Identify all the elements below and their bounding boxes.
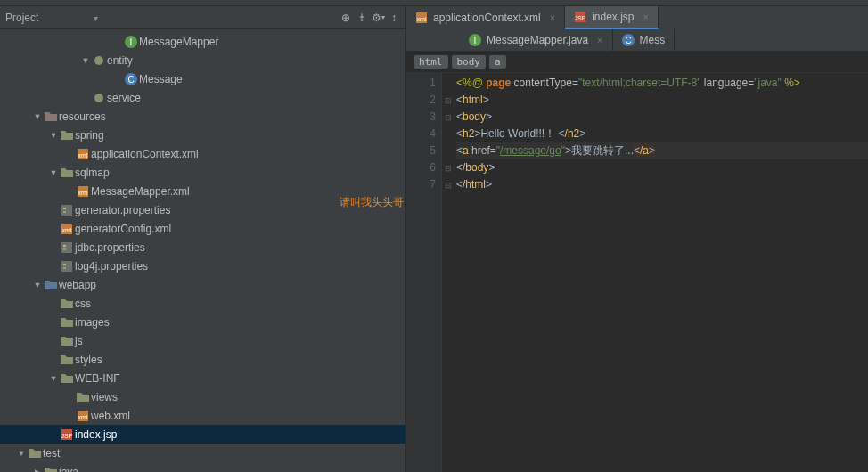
xml-icon: xml: [59, 222, 75, 236]
svg-text:JSP: JSP: [575, 15, 586, 21]
tree-row[interactable]: generator.properties: [0, 200, 405, 219]
tab-label: applicationContext.xml: [433, 12, 541, 24]
collapse-all-icon[interactable]: ⤈: [354, 10, 370, 26]
tree-item-label: js: [75, 335, 83, 347]
expand-arrow-icon[interactable]: [48, 131, 59, 140]
code-line[interactable]: <body>: [456, 109, 868, 126]
tree-row[interactable]: resources: [0, 107, 405, 126]
tree-row[interactable]: WEB-INF: [0, 369, 405, 387]
code-line[interactable]: <h2>Hello World!!!！ </h2>: [456, 126, 868, 142]
svg-rect-11: [63, 208, 66, 209]
svg-text:xml: xml: [78, 190, 88, 196]
tree-row[interactable]: java: [0, 462, 405, 472]
tree-row[interactable]: test: [0, 444, 405, 462]
tree-row[interactable]: IMessageMapper: [0, 32, 405, 51]
code-line[interactable]: <a href="/message/go">我要跳转了...</a>: [456, 142, 868, 159]
tree-row[interactable]: spring: [0, 126, 405, 144]
tree-row[interactable]: log4j.properties: [0, 256, 405, 275]
line-gutter: 1234567: [406, 73, 442, 472]
interface-icon: I: [467, 33, 483, 47]
tree-row[interactable]: xmlapplicationContext.xml: [0, 144, 405, 163]
svg-rect-10: [61, 205, 72, 216]
project-tree[interactable]: IMessageMapperentityCMessageserviceresou…: [0, 29, 405, 472]
tab-label: MessageMapper.java: [487, 34, 588, 46]
tab-label: Mess: [640, 34, 666, 46]
tree-row[interactable]: views: [0, 387, 405, 406]
breadcrumb-item[interactable]: a: [489, 55, 506, 69]
breadcrumb-item[interactable]: body: [452, 55, 487, 69]
tree-row[interactable]: service: [0, 88, 405, 107]
close-icon[interactable]: ×: [550, 12, 555, 23]
tree-row[interactable]: js: [0, 331, 405, 350]
sort-icon[interactable]: ↕: [386, 10, 402, 26]
tree-item-label: index.jsp: [75, 428, 117, 441]
code-line[interactable]: <html>: [456, 92, 868, 109]
tree-row[interactable]: xmlgeneratorConfig.xml: [0, 219, 405, 238]
editor-tab[interactable]: JSPindex.jsp×: [565, 6, 659, 29]
line-number: 2: [406, 92, 436, 109]
code-line[interactable]: <%@ page contentType="text/html;charset=…: [456, 75, 868, 92]
tree-item-label: WEB-INF: [75, 372, 120, 385]
code-line[interactable]: </body>: [456, 159, 868, 176]
tree-row[interactable]: styles: [0, 350, 405, 369]
fold-toggle-icon[interactable]: ⊟: [442, 109, 454, 126]
tree-row[interactable]: css: [0, 294, 405, 313]
expand-arrow-icon[interactable]: [32, 468, 43, 473]
tree-item-label: generator.properties: [75, 204, 170, 216]
line-number: 4: [406, 126, 436, 142]
editor-tabs: xmlapplicationContext.xml×JSPindex.jsp× …: [406, 6, 868, 52]
tree-row[interactable]: entity: [0, 51, 405, 69]
tree-row[interactable]: jdbc.properties: [0, 238, 405, 256]
expand-arrow-icon[interactable]: [32, 112, 43, 121]
project-view-dropdown[interactable]: [92, 12, 98, 24]
folder-icon: [59, 371, 75, 386]
tree-item-label: styles: [75, 354, 102, 366]
svg-text:xml: xml: [417, 16, 427, 22]
tree-item-label: web.xml: [91, 410, 130, 422]
close-icon[interactable]: ×: [643, 12, 649, 22]
tree-row[interactable]: xmlMessageMapper.xml: [0, 182, 405, 200]
editor-tab[interactable]: IMessageMapper.java×: [460, 29, 613, 51]
xml-icon: xml: [75, 184, 91, 199]
folder-icon: [75, 390, 91, 404]
svg-rect-15: [61, 242, 72, 253]
project-title: Project: [4, 12, 38, 24]
tree-row[interactable]: webapp: [0, 275, 405, 294]
line-number: 1: [406, 75, 436, 92]
folder-icon: [43, 465, 59, 473]
xml-icon: xml: [414, 11, 430, 25]
tree-row[interactable]: xmlweb.xml: [0, 406, 405, 425]
tree-item-label: service: [107, 92, 141, 104]
fold-toggle-icon[interactable]: ⊟: [442, 92, 454, 109]
fold-toggle-icon[interactable]: ⊟: [442, 159, 454, 176]
tree-row[interactable]: CMessage: [0, 69, 405, 88]
svg-text:xml: xml: [62, 227, 72, 233]
editor-tab[interactable]: xmlapplicationContext.xml×: [406, 6, 565, 29]
svg-point-2: [94, 56, 103, 65]
code-area[interactable]: <%@ page contentType="text/html;charset=…: [454, 73, 868, 472]
gear-icon[interactable]: ⚙▾: [370, 10, 386, 26]
jsp-icon: JSP: [572, 10, 588, 24]
editor-tab[interactable]: CMess: [613, 29, 676, 51]
fold-gutter[interactable]: ⊟⊟⊟⊟: [442, 73, 454, 472]
tree-row[interactable]: images: [0, 313, 405, 331]
locate-icon[interactable]: ⊕: [338, 10, 354, 26]
expand-arrow-icon[interactable]: [32, 281, 43, 289]
expand-arrow-icon[interactable]: [48, 168, 59, 177]
tree-row[interactable]: JSPindex.jsp: [0, 425, 405, 444]
breadcrumb-item[interactable]: html: [414, 55, 448, 69]
editor-breadcrumb: htmlbodya: [406, 52, 868, 73]
svg-text:xml: xml: [78, 152, 88, 159]
folder-icon: [59, 315, 75, 330]
expand-arrow-icon[interactable]: [80, 56, 91, 65]
code-line[interactable]: </html>: [456, 176, 868, 193]
code-editor[interactable]: 1234567 ⊟⊟⊟⊟ <%@ page contentType="text/…: [406, 73, 868, 472]
expand-arrow-icon[interactable]: [48, 374, 59, 383]
fold-toggle-icon[interactable]: ⊟: [442, 176, 454, 193]
fold-toggle-icon: [442, 75, 454, 92]
tree-item-label: log4j.properties: [75, 260, 148, 273]
expand-arrow-icon[interactable]: [16, 449, 27, 458]
close-icon[interactable]: ×: [597, 35, 602, 45]
tree-row[interactable]: sqlmap: [0, 163, 405, 182]
fold-toggle-icon: [442, 126, 454, 142]
